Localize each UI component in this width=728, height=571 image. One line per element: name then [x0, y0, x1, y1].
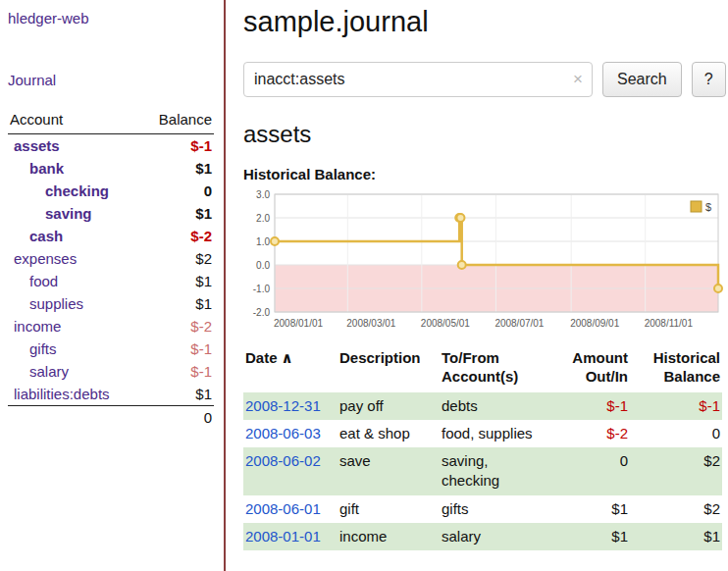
register-col-date-label: Date	[245, 349, 278, 366]
register-row[interactable]: 2008-01-01 income salary $1 $1	[243, 523, 722, 550]
account-balance: 0	[139, 180, 214, 202]
register-account: food, supplies	[440, 420, 553, 447]
register-amount: $-1	[553, 392, 630, 420]
svg-text:2.0: 2.0	[256, 213, 270, 224]
register-row[interactable]: 2008-06-01 gift gifts $1 $2	[243, 495, 722, 523]
account-link-gifts[interactable]: gifts	[29, 340, 57, 357]
account-balance: $1	[139, 270, 214, 292]
clear-search-icon[interactable]: ×	[573, 70, 583, 89]
register-balance: $2	[630, 495, 722, 523]
svg-text:2008/05/01: 2008/05/01	[421, 318, 470, 329]
search-form: × Search ?	[243, 62, 726, 97]
register-balance: 0	[630, 420, 722, 447]
account-balance: $-1	[139, 134, 214, 158]
svg-text:2008/03/01: 2008/03/01	[346, 318, 395, 329]
register-amount: $1	[553, 495, 630, 523]
register-description: save	[338, 447, 440, 495]
register-amount: $1	[553, 523, 630, 550]
account-balance: $1	[139, 202, 214, 225]
account-row: bank $1	[8, 157, 214, 180]
register-date-link[interactable]: 2008-06-02	[245, 452, 321, 469]
account-row: checking 0	[8, 180, 214, 202]
account-balance: $-1	[139, 337, 214, 360]
account-row: saving $1	[8, 202, 214, 225]
app-brand-link[interactable]: hledger-web	[8, 10, 214, 26]
account-balance: $1	[139, 157, 214, 180]
svg-text:$: $	[705, 201, 711, 213]
register-date-link[interactable]: 2008-12-31	[245, 397, 321, 414]
register-balance: $2	[630, 447, 722, 495]
register-description: gift	[338, 495, 440, 523]
sort-asc-icon: ∧	[282, 349, 293, 366]
hledger-web-app: hledger-web Journal Account Balance asse…	[0, 0, 728, 571]
register-date-link[interactable]: 2008-06-01	[245, 500, 321, 517]
account-link-checking[interactable]: checking	[45, 182, 109, 199]
account-row: supplies $1	[8, 292, 214, 315]
account-balance: $-1	[139, 360, 214, 383]
register-description: pay off	[338, 392, 440, 420]
svg-text:1.0: 1.0	[256, 236, 270, 247]
register-amount: $-2	[553, 420, 630, 447]
register-date-link[interactable]: 2008-06-03	[245, 425, 321, 441]
account-link-liabilities-debts[interactable]: liabilities:debts	[14, 386, 110, 402]
account-link-supplies[interactable]: supplies	[29, 295, 83, 312]
search-button[interactable]: Search	[602, 62, 682, 97]
sidebar: hledger-web Journal Account Balance asse…	[0, 0, 226, 571]
register-col-date[interactable]: Date∧	[243, 347, 338, 392]
register-account: saving, checking	[440, 447, 553, 495]
account-balance: $2	[139, 247, 214, 270]
accounts-table: Account Balance assets $-1 bank $1 check…	[8, 108, 214, 429]
account-heading: assets	[243, 121, 726, 148]
account-row: salary $-1	[8, 360, 214, 383]
svg-text:2008/11/01: 2008/11/01	[645, 318, 694, 329]
register-balance: $1	[630, 523, 722, 550]
main-content: sample.journal × Search ? assets Histori…	[226, 0, 728, 571]
register-row[interactable]: 2008-06-03 eat & shop food, supplies $-2…	[243, 420, 722, 447]
help-button[interactable]: ?	[692, 62, 726, 97]
account-row: gifts $-1	[8, 337, 214, 360]
svg-text:3.0: 3.0	[256, 189, 270, 200]
accounts-header-row: Account Balance	[8, 108, 214, 134]
account-balance: $-2	[139, 225, 214, 247]
account-link-cash[interactable]: cash	[29, 228, 63, 244]
account-link-expenses[interactable]: expenses	[14, 250, 77, 267]
register-col-account: To/From Account(s)	[440, 347, 553, 392]
svg-text:-2.0: -2.0	[253, 307, 271, 318]
account-link-food[interactable]: food	[29, 273, 58, 289]
account-link-income[interactable]: income	[14, 318, 61, 335]
register-balance: $-1	[630, 392, 722, 420]
svg-text:0.0: 0.0	[256, 260, 270, 271]
register-row[interactable]: 2008-12-31 pay off debts $-1 $-1	[243, 392, 722, 420]
account-row: assets $-1	[8, 134, 214, 158]
register-account: debts	[440, 392, 553, 420]
svg-text:-1.0: -1.0	[253, 284, 271, 294]
account-link-salary[interactable]: salary	[29, 363, 69, 380]
register-header-row: Date∧ Description To/From Account(s) Amo…	[243, 347, 722, 392]
nav-journal-link[interactable]: Journal	[8, 72, 214, 88]
svg-text:2008/09/01: 2008/09/01	[570, 318, 619, 329]
register-amount: 0	[553, 447, 630, 495]
register-description: eat & shop	[338, 420, 440, 447]
accounts-total-row: 0	[8, 406, 214, 430]
account-link-bank[interactable]: bank	[29, 160, 64, 177]
account-balance: $-2	[139, 315, 214, 337]
search-input[interactable]	[243, 62, 593, 97]
account-row: liabilities:debts $1	[8, 383, 214, 406]
chart-title: Historical Balance:	[243, 166, 726, 182]
account-balance: $1	[139, 383, 214, 406]
search-box: ×	[243, 62, 593, 97]
account-row: income $-2	[8, 315, 214, 337]
register-description: income	[338, 523, 440, 550]
register-date-link[interactable]: 2008-01-01	[245, 528, 321, 545]
account-link-saving[interactable]: saving	[45, 205, 92, 222]
account-link-assets[interactable]: assets	[14, 137, 60, 154]
account-row: cash $-2	[8, 225, 214, 247]
account-row: expenses $2	[8, 247, 214, 270]
accounts-col-balance: Balance	[139, 108, 214, 134]
page-title: sample.journal	[243, 6, 726, 38]
balance-chart: 3.02.01.00.0-1.0-2.02008/01/012008/03/01…	[243, 186, 726, 334]
accounts-total-spacer	[8, 406, 139, 430]
register-account: gifts	[440, 495, 553, 523]
register-account: salary	[440, 523, 553, 550]
register-row[interactable]: 2008-06-02 save saving, checking 0 $2	[243, 447, 722, 495]
